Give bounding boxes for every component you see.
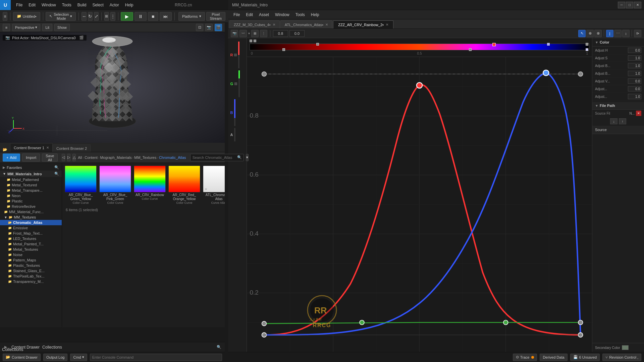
bc-content[interactable]: Content: [85, 156, 98, 160]
perspective-btn[interactable]: Perspective ▾: [12, 24, 40, 31]
add-btn[interactable]: +Add: [3, 154, 20, 162]
favorites-item[interactable]: ▶ Favorites 🔍: [0, 164, 62, 171]
root-item[interactable]: ▼ MM_Materials_Intro 🔍: [0, 171, 62, 177]
transform-move-btn[interactable]: ↔: [82, 12, 87, 21]
pause-btn[interactable]: ⏸: [135, 12, 147, 21]
expand-icon-2[interactable]: ▼: [595, 104, 598, 108]
menu-r-asset[interactable]: Asset: [256, 11, 272, 18]
asset-card-3[interactable]: AR_CRV_Rainbow Color Curve: [134, 166, 166, 200]
search-input[interactable]: [190, 154, 244, 161]
tree-stained[interactable]: 📁 Stained_Glass_E...: [0, 268, 62, 274]
grad-point-3[interactable]: [547, 43, 550, 46]
project-btn[interactable]: 📁 Untitled•: [13, 12, 40, 21]
tab-atl-chromatics[interactable]: ATL_Chromatics_Atlas• ✕: [280, 20, 333, 28]
asset-card-4[interactable]: AR_CRV_Red_Orange_Yellow Color Curve: [168, 166, 200, 204]
more-btn[interactable]: ⋮: [110, 12, 115, 21]
ctrl-pt-g3[interactable]: [503, 320, 508, 325]
tree-mm-textures[interactable]: ▼ 📂 MM_Textures: [0, 215, 62, 220]
tree-mm-func[interactable]: 📁 MM_Material_Func...: [0, 209, 62, 215]
curve-tool-1[interactable]: 📷: [231, 30, 238, 37]
pixel-stream-btn[interactable]: Pixel Stream: [206, 12, 225, 21]
hamburger-btn[interactable]: ≡: [3, 12, 7, 21]
menu-r-tools[interactable]: Tools: [293, 11, 308, 18]
minimize-button[interactable]: ─: [618, 2, 625, 8]
ctrl-pt-g1[interactable]: [262, 321, 267, 326]
source-arrow-down[interactable]: ↓: [610, 118, 618, 124]
tree-chromatic[interactable]: 📂 Chromatic_Atlas: [0, 220, 62, 225]
nav-back-btn[interactable]: ◁: [62, 154, 65, 161]
curve-tool-7[interactable]: |: [606, 30, 613, 37]
ctrl-pt-b2[interactable]: [543, 70, 549, 76]
r-handle[interactable]: [234, 54, 237, 56]
selection-mode-btn[interactable]: ↖ Selection Mode ▾: [46, 12, 76, 21]
prop-val-b1[interactable]: [628, 63, 641, 68]
transform-scale-btn[interactable]: ⤢: [94, 12, 99, 21]
r-slider[interactable]: [238, 42, 239, 68]
prop-val-v[interactable]: [628, 78, 641, 84]
tree-transparency[interactable]: 📁 Transparency_M...: [0, 279, 62, 284]
tab-close-2[interactable]: ✕: [325, 23, 328, 26]
menu-build[interactable]: Build: [75, 1, 89, 9]
menu-edit[interactable]: Edit: [26, 1, 38, 9]
grad-ctrl-1[interactable]: [250, 40, 252, 42]
cmd-btn-left[interactable]: Cmd ▾: [70, 354, 87, 361]
platforms-btn[interactable]: Platforms▾: [178, 12, 205, 21]
prop-val-h[interactable]: [628, 48, 641, 53]
expand-icon[interactable]: ▼: [595, 41, 598, 44]
lit-btn[interactable]: Lit: [42, 24, 52, 31]
grad-point-6[interactable]: [469, 48, 472, 51]
tree-neon[interactable]: 📁 Neon: [0, 193, 62, 198]
menu-file[interactable]: File: [13, 1, 25, 9]
show-btn[interactable]: Show: [54, 24, 70, 31]
tab-zzz-rainbow[interactable]: ZZZ_AR_CRV_Rainbow_2• ✕: [333, 20, 393, 28]
menu-select[interactable]: Select: [90, 1, 106, 9]
ctrl-line-1[interactable]: [262, 72, 267, 76]
snap-btn[interactable]: ⊞: [104, 12, 109, 21]
bc-mm-textures[interactable]: MM_Textures: [134, 156, 156, 160]
curve-tool-3[interactable]: ⊞: [251, 30, 259, 37]
cb-tab-2[interactable]: Content Browser 2: [53, 144, 91, 152]
close-button[interactable]: ✕: [634, 2, 641, 8]
render-btn[interactable]: 🎬: [215, 24, 222, 31]
tree-emissive[interactable]: 📁 Emissive: [0, 225, 62, 231]
b-slider[interactable]: [234, 99, 235, 126]
menu-r-help[interactable]: Help: [308, 11, 322, 18]
content-drawer-btn[interactable]: 📂 Content Drawer: [3, 354, 41, 361]
secondary-color-swatch[interactable]: [622, 345, 629, 350]
bc-mograph[interactable]: Mograph_Materials: [100, 156, 131, 160]
grad-point-4[interactable]: [586, 43, 588, 46]
revision-control-btn[interactable]: ⑂ Revision Control ,: [602, 354, 641, 361]
ctrl-pt-g4[interactable]: [578, 320, 583, 325]
tree-led[interactable]: 📁 LED_Textures: [0, 236, 62, 241]
tree-metal-painted[interactable]: 📁 Metal_Painted_T...: [0, 241, 62, 247]
filter-btn[interactable]: ▾: [246, 154, 249, 161]
menu-r-file[interactable]: File: [231, 11, 243, 18]
save-all-btn[interactable]: Save All: [42, 154, 58, 162]
output-log-btn-left[interactable]: Output Log: [43, 354, 67, 361]
console-input-left[interactable]: [90, 354, 222, 361]
grad-ctrl-2[interactable]: [254, 40, 256, 42]
menu-r-window[interactable]: Window: [272, 11, 292, 18]
menu-actor[interactable]: Actor: [107, 1, 122, 9]
a-slider[interactable]: [234, 128, 235, 141]
bc-chromatic[interactable]: Chromatic_Atlas: [159, 156, 186, 160]
curve-tool-6[interactable]: ⊗: [594, 30, 602, 37]
tree-plastic-tex[interactable]: 📁 Plastic_Textures: [0, 263, 62, 268]
menu-tools[interactable]: Tools: [59, 1, 74, 9]
maximize-button[interactable]: □: [626, 2, 633, 8]
maximize-viewport-btn[interactable]: ⊡: [196, 24, 203, 31]
menu-help[interactable]: Help: [122, 1, 136, 9]
trace-btn[interactable]: ⊙ Trace: [513, 354, 537, 361]
curve-tool-2[interactable]: 〰: [239, 30, 247, 37]
bc-all[interactable]: All: [78, 156, 82, 160]
viewport-3d[interactable]: 📷 Pilot Actor: MetaShoot_DSLRCamera0 🎬: [0, 32, 225, 143]
transform-rotate-btn[interactable]: ↻: [88, 12, 93, 21]
collections-search-btn[interactable]: 🔍: [216, 344, 222, 350]
tree-metal-textures[interactable]: 📁 Metal_Textures: [0, 247, 62, 252]
viewport-options-btn[interactable]: ≡: [3, 24, 10, 31]
nav-up-btn[interactable]: △: [72, 154, 76, 161]
prop-val-adj2[interactable]: [628, 94, 641, 99]
curve-tool-8[interactable]: ⋯: [614, 30, 622, 37]
curve-select-btn[interactable]: ↖: [578, 30, 586, 37]
cb-tab1-close[interactable]: ✕: [46, 146, 49, 149]
